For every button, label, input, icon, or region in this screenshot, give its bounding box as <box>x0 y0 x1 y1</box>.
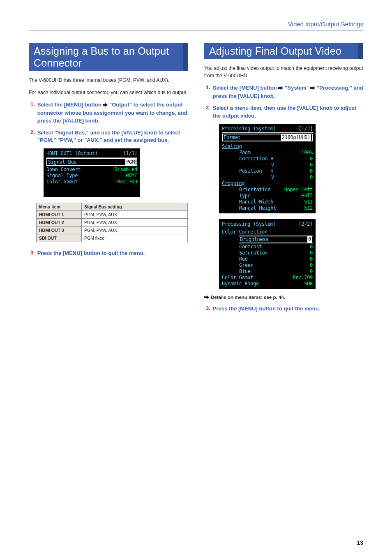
step-text: Press the [MENU] button to quit the menu… <box>213 305 320 313</box>
menu-item-value: 512 <box>304 205 313 211</box>
right-section-title: Adjusting Final Output Video <box>204 43 363 59</box>
menu-item-label: Orientation <box>239 187 270 193</box>
right-intro: You adjust the final video output to mat… <box>204 65 363 79</box>
menu-item-value: 0 <box>310 156 313 162</box>
step-text: Select the [MENU] button "System" "Proce… <box>213 84 363 100</box>
menu-item-value: 0 <box>310 268 313 275</box>
table-row: SDI OUTPGM fixed <box>37 234 188 242</box>
menu-item-value: 2160p(UHD) <box>281 134 311 141</box>
screen-title: Processing (System) <box>222 126 276 132</box>
step1-text-a: Select the [MENU] button <box>213 85 279 91</box>
hdmi-out1-menu-screenshot: HDMI OUT1 (Output)[1/1] Signal BusPGM Do… <box>44 148 140 197</box>
processing-screen-1: Processing (System)[1/2] Format2160p(UHD… <box>219 124 316 213</box>
menu-item-label: Zoom <box>239 150 251 156</box>
step1-text-b: "System" <box>283 85 310 91</box>
menu-item-value: HDMI <box>126 173 137 179</box>
left-section-title: Assigning a Bus to an Output Connector <box>29 43 188 71</box>
step-number: 3. <box>206 305 210 313</box>
menu-item-label: Manual Width <box>239 199 273 205</box>
step-number: 3. <box>30 250 35 257</box>
processing-screen-2: Processing (System)[2/2] Color Correctio… <box>219 219 316 289</box>
screen-title: HDMI OUT1 (Output) <box>46 150 98 157</box>
table-row: HDMI OUT 3PGM, PVW, AUX <box>37 227 188 234</box>
menu-item-value: Upper Left <box>284 187 313 193</box>
menu-item-label: V <box>239 174 274 180</box>
right-column: Adjusting Final Output Video You adjust … <box>204 43 363 317</box>
details-note: Details on menu items: see p. 44. <box>204 295 363 300</box>
menu-item-value: 0 <box>310 256 313 262</box>
menu-heading: Scaling <box>222 143 242 150</box>
menu-item-value: Disabled <box>115 166 137 173</box>
menu-item-label: Green <box>239 262 254 268</box>
table-cell: HDMI OUT 2 <box>37 219 82 227</box>
step1-text-a: Select the [MENU] button <box>37 102 103 108</box>
arrow-right-icon <box>278 85 283 92</box>
signal-bus-table: Menu item Signal Bus setting HDMI OUT 1P… <box>36 203 188 242</box>
table-header-row: Menu item Signal Bus setting <box>37 203 188 211</box>
arrow-right-icon <box>310 85 315 92</box>
menu-item-value: 0 <box>310 262 313 268</box>
page-number: 13 <box>357 539 363 546</box>
content-columns: Assigning a Bus to an Output Connector T… <box>29 43 363 317</box>
table-cell: PGM, PVW, AUX <box>82 227 188 234</box>
menu-item-label: Signal Bus <box>48 159 76 165</box>
step-number: 1. <box>30 101 35 125</box>
menu-item-label: Dynamic Range <box>222 281 259 287</box>
table-cell: PGM fixed <box>82 234 188 242</box>
menu-item-label: Type <box>239 193 251 199</box>
screen-page: [2/2] <box>298 221 313 227</box>
menu-item-value: Rec.709 <box>118 179 137 185</box>
menu-item-label: Format <box>224 134 241 141</box>
table-cell: PGM, PVW, AUX <box>82 219 188 227</box>
step-number: 2. <box>206 104 210 120</box>
menu-item-label: Contrast <box>239 244 262 250</box>
table-cell: HDMI OUT 1 <box>37 211 82 219</box>
menu-item-label: Color Gamut <box>222 275 253 281</box>
right-step-3: 3. Press the [MENU] button to quit the m… <box>206 305 363 313</box>
menu-heading: Cropping <box>222 180 244 187</box>
left-column: Assigning a Bus to an Output Connector T… <box>29 43 188 317</box>
menu-item-value: Rec.709 <box>293 275 313 281</box>
left-step-1: 1. Select the [MENU] button "Output" to … <box>30 101 188 125</box>
table-cell: SDI OUT <box>37 234 82 242</box>
screen-title: Processing (System) <box>222 221 276 227</box>
left-step-2: 2. Select "Signal Bus," and use the [VAL… <box>30 129 188 145</box>
menu-item-value: 0 <box>307 236 312 243</box>
menu-item-label: Brightness <box>240 236 268 243</box>
page-header-label: Video Input/Output Settings <box>29 21 363 30</box>
screen-page: [1/1] <box>123 150 137 157</box>
left-step-3: 3. Press the [MENU] button to quit the m… <box>30 250 188 257</box>
step-number: 2. <box>30 129 35 145</box>
menu-item-value: 0 <box>310 250 313 256</box>
step-text: Select a menu item, then use the [VALUE]… <box>213 104 363 120</box>
left-intro-1: The V-600UHD has three internal buses (P… <box>29 76 188 84</box>
step-text: Select the [MENU] button "Output" to sel… <box>37 101 188 125</box>
menu-item-value: 0 <box>310 174 313 180</box>
step-text: Select "Signal Bus," and use the [VALUE]… <box>37 129 188 145</box>
screen-page: [1/2] <box>298 126 313 132</box>
menu-item-label: Red <box>239 256 248 262</box>
arrow-right-icon <box>103 102 108 109</box>
table-row: HDMI OUT 1PGM, PVW, AUX <box>37 211 188 219</box>
menu-item-label: Signal Type <box>46 173 78 179</box>
left-intro-2: For each individual output connector, yo… <box>29 89 188 96</box>
menu-item-value: 0 <box>310 162 313 168</box>
table-header: Menu item <box>37 203 82 211</box>
menu-item-label: Color Gamut <box>46 179 78 185</box>
menu-item-value: PGM <box>125 159 136 165</box>
menu-item-value: SDR <box>304 281 313 287</box>
table-cell: HDMI OUT 3 <box>37 227 82 234</box>
menu-item-label: Correction H <box>239 156 273 162</box>
menu-item-label: Saturation <box>239 250 267 256</box>
menu-item-label: V <box>239 162 274 168</box>
menu-item-value: 0 <box>310 244 313 250</box>
menu-item-label: Position H <box>239 168 273 174</box>
table-cell: PGM, PVW, AUX <box>82 211 188 219</box>
menu-heading: Color Correction <box>222 229 267 235</box>
step-number: 1. <box>206 84 210 100</box>
menu-item-value: 100% <box>301 150 313 156</box>
menu-item-label: Blue <box>239 268 251 275</box>
table-row: HDMI OUT 2PGM, PVW, AUX <box>37 219 188 227</box>
step-text: Press the [MENU] button to quit the menu… <box>37 250 145 257</box>
right-step-2: 2. Select a menu item, then use the [VAL… <box>206 104 363 120</box>
